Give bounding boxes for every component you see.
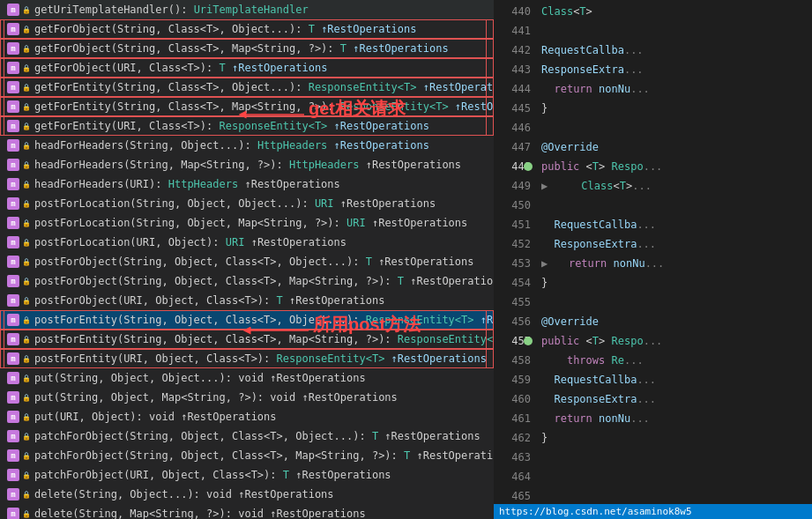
list-item[interactable]: m 🔒 getForEntity(String, Class<T>, Map<S…: [0, 97, 494, 116]
code-editor-panel: 440 441 442 443 444 445 446 447 448 449 …: [494, 0, 812, 519]
code-line: [538, 21, 812, 41]
code-line: public <T> Respo...: [538, 331, 812, 351]
line-number: 447: [494, 137, 531, 157]
list-item[interactable]: m 🔒 postForLocation(URI, Object): URI ↑R…: [0, 233, 494, 252]
lock-icon: 🔒: [22, 160, 31, 169]
method-text: delete(String, Map<String, ?>): void ↑Re…: [34, 508, 366, 519]
list-item[interactable]: m 🔒 delete(String, Object...): void ↑Res…: [0, 485, 494, 504]
code-line: }: [538, 428, 812, 448]
method-icon: m: [7, 488, 19, 500]
method-icon: m: [7, 42, 19, 55]
lock-icon: 🔒: [22, 296, 31, 305]
method-icon: m: [7, 178, 19, 190]
list-item[interactable]: m 🔒 patchForObject(String, Object, Class…: [0, 446, 494, 465]
method-icon: m: [7, 81, 19, 93]
method-text: headForHeaders(URI): HttpHeaders ↑RestOp…: [34, 178, 340, 190]
list-item[interactable]: m 🔒 postForLocation(String, Object, Obje…: [0, 194, 494, 213]
method-list-panel: m 🔒 getUriTemplateHandler(): UriTemplate…: [0, 0, 494, 519]
method-icon: m: [7, 23, 19, 35]
line-number: 449: [494, 176, 531, 196]
lock-icon: 🔒: [22, 509, 31, 518]
method-text: patchForObject(String, Object, Class<T>,…: [34, 430, 480, 442]
lock-icon: 🔒: [22, 238, 31, 247]
code-line: ResponseExtra...: [538, 60, 812, 79]
lock-icon: 🔒: [22, 451, 31, 460]
method-text: postForLocation(String, Object, Map<Stri…: [34, 217, 467, 229]
code-line-throws: throws Re...: [538, 351, 812, 370]
code-line: [538, 486, 812, 506]
line-number: 458: [494, 351, 531, 370]
list-item[interactable]: m 🔒 getForEntity(String, Class<T>, Objec…: [0, 78, 494, 97]
list-item[interactable]: m 🔒 headForHeaders(String, Map<String, ?…: [0, 155, 494, 174]
code-line: }: [538, 99, 812, 118]
lock-icon: 🔒: [22, 393, 31, 402]
method-icon: m: [7, 411, 19, 423]
list-item[interactable]: m 🔒 postForObject(URI, Object, Class<T>)…: [0, 291, 494, 310]
list-item[interactable]: m 🔒 put(URI, Object): void ↑RestOperatio…: [0, 407, 494, 426]
list-item[interactable]: m 🔒 headForHeaders(String, Object...): H…: [0, 136, 494, 155]
list-item[interactable]: m 🔒 put(String, Object, Object...): void…: [0, 368, 494, 388]
line-numbers-gutter: 440 441 442 443 444 445 446 447 448 449 …: [494, 0, 538, 519]
line-number: 450: [494, 196, 531, 215]
line-number: 451: [494, 215, 531, 234]
method-icon: m: [7, 508, 19, 519]
list-item[interactable]: m 🔒 patchForObject(URI, Object, Class<T>…: [0, 465, 494, 485]
code-line: RequestCallba...: [538, 370, 812, 389]
code-line: ResponseExtra...: [538, 234, 812, 254]
lock-icon: 🔒: [22, 122, 31, 130]
list-item[interactable]: m 🔒 postForObject(String, Object, Class<…: [0, 252, 494, 271]
method-text: headForHeaders(String, Map<String, ?>): …: [34, 159, 461, 171]
method-icon: m: [7, 294, 19, 307]
method-text: postForEntity(String, Object, Class<T>, …: [34, 314, 494, 326]
watermark-bar: https://blog.csdn.net/asaminok8w5: [494, 504, 812, 519]
lock-icon: 🔒: [22, 25, 31, 33]
list-item[interactable]: m 🔒 getForObject(URI, Class<T>): T ↑Rest…: [0, 58, 494, 78]
list-item[interactable]: m 🔒 getForObject(String, Class<T>, Map<S…: [0, 39, 494, 58]
method-icon: m: [7, 469, 19, 481]
method-icon: m: [7, 275, 19, 287]
line-number: 441: [494, 21, 531, 41]
line-number: 452: [494, 234, 531, 254]
lock-icon: 🔒: [22, 335, 31, 344]
list-item[interactable]: m 🔒 getForEntity(URI, Class<T>): Respons…: [0, 116, 494, 136]
watermark-text: https://blog.csdn.net/asaminok8w5: [499, 506, 692, 517]
list-item[interactable]: m 🔒 getForObject(String, Class<T>, Objec…: [0, 19, 494, 39]
lock-icon: 🔒: [22, 412, 31, 421]
code-line: ResponseExtra...: [538, 389, 812, 409]
list-item[interactable]: m 🔒 getUriTemplateHandler(): UriTemplate…: [0, 0, 494, 19]
lock-icon: 🔒: [22, 315, 31, 324]
lock-icon: 🔒: [22, 374, 31, 382]
method-text: patchForObject(URI, Object, Class<T>): T…: [34, 469, 391, 481]
code-line: }: [538, 273, 812, 293]
list-item[interactable]: m 🔒 postForObject(String, Object, Class<…: [0, 271, 494, 291]
list-item[interactable]: m 🔒 postForLocation(String, Object, Map<…: [0, 213, 494, 233]
line-number: 445: [494, 99, 531, 118]
list-item[interactable]: m 🔒 patchForObject(String, Object, Class…: [0, 426, 494, 446]
list-item[interactable]: m 🔒 delete(String, Map<String, ?>): void…: [0, 504, 494, 519]
line-number: 448: [494, 157, 531, 176]
list-item[interactable]: m 🔒 put(String, Object, Map<String, ?>):…: [0, 388, 494, 407]
method-text: postForEntity(URI, Object, Class<T>): Re…: [34, 352, 487, 365]
code-line: [538, 293, 812, 312]
lock-icon: 🔒: [22, 471, 31, 479]
code-line: @Override: [538, 312, 812, 331]
method-text: delete(String, Object...): void ↑RestOpe…: [34, 488, 334, 500]
line-number: 464: [494, 467, 531, 486]
code-line: return nonNu...: [538, 79, 812, 99]
line-number: 443: [494, 60, 531, 79]
lock-icon: 🔒: [22, 277, 31, 285]
code-line: Class<T>: [538, 2, 812, 21]
list-item[interactable]: m 🔒 postForEntity(URI, Object, Class<T>)…: [0, 349, 494, 368]
method-text: getForEntity(String, Class<T>, Map<Strin…: [34, 100, 494, 113]
method-text: put(String, Object, Map<String, ?>): voi…: [34, 391, 398, 404]
method-icon: m: [7, 62, 19, 74]
list-item[interactable]: m 🔒 postForEntity(String, Object, Class<…: [0, 330, 494, 349]
list-item[interactable]: m 🔒 headForHeaders(URI): HttpHeaders ↑Re…: [0, 174, 494, 194]
line-number: 454: [494, 273, 531, 293]
lock-icon: 🔒: [22, 5, 31, 14]
list-item[interactable]: m 🔒 postForEntity(String, Object, Class<…: [0, 310, 494, 330]
method-text: patchForObject(String, Object, Class<T>,…: [34, 449, 494, 462]
lock-icon: 🔒: [22, 63, 31, 72]
method-list: m 🔒 getUriTemplateHandler(): UriTemplate…: [0, 0, 494, 519]
line-number: 462: [494, 428, 531, 448]
